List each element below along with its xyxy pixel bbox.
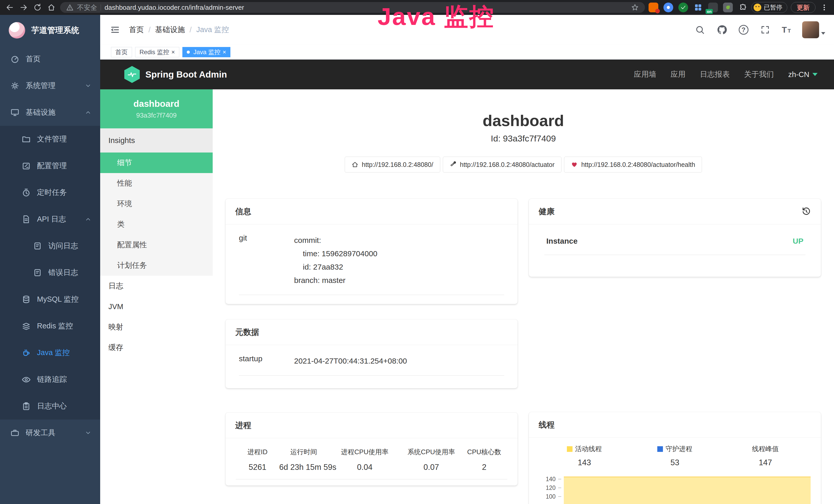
metadata-row-startup: startup 2021-04-27T00:44:31.254+08:00 bbox=[239, 345, 504, 375]
sidebar-item-access-logs[interactable]: 访问日志 bbox=[0, 233, 100, 259]
close-icon[interactable] bbox=[171, 49, 175, 55]
extension-on-icon[interactable]: on bbox=[708, 3, 718, 12]
sba-item-details[interactable]: 细节 bbox=[100, 153, 213, 173]
tab-redis-monitor[interactable]: Redis 监控 bbox=[135, 47, 179, 57]
sidebar-item-config-management[interactable]: 配置管理 bbox=[0, 153, 100, 179]
chevron-down-icon bbox=[85, 83, 91, 89]
sba-item-mappings[interactable]: 映射 bbox=[100, 317, 213, 337]
locale-select[interactable]: zh-CN bbox=[788, 70, 817, 79]
link-health-url[interactable]: http://192.168.0.2:48080/actuator/health bbox=[564, 157, 702, 173]
sidebar-item-label: MySQL 监控 bbox=[37, 294, 79, 304]
app-logo[interactable]: 芋道管理系统 bbox=[0, 15, 100, 46]
close-icon[interactable] bbox=[222, 49, 226, 55]
monitor-icon bbox=[10, 108, 20, 117]
legend-label: 活动线程 bbox=[575, 444, 602, 453]
sba-nav-wall[interactable]: 应用墙 bbox=[634, 69, 656, 79]
sba-item-config-props[interactable]: 配置属性 bbox=[100, 235, 213, 255]
help-icon[interactable] bbox=[739, 25, 748, 35]
threads-card-title: 线程 bbox=[529, 412, 821, 438]
history-icon[interactable] bbox=[802, 207, 811, 216]
gear-icon bbox=[10, 81, 20, 90]
sba-item-logs[interactable]: 日志 bbox=[100, 276, 213, 296]
sidebar-item-api-logs[interactable]: API 日志 bbox=[0, 206, 100, 233]
sba-item-caches[interactable]: 缓存 bbox=[100, 337, 213, 358]
live-threads-area bbox=[564, 477, 811, 504]
browser-menu-icon[interactable] bbox=[819, 2, 829, 13]
fullscreen-icon[interactable] bbox=[760, 24, 771, 35]
legend-daemon-threads: 守护进程 53 bbox=[630, 444, 720, 467]
sidebar-item-trace[interactable]: 链路追踪 bbox=[0, 366, 100, 393]
info-value: commit: time: 1596289704000 id: 27aa832 … bbox=[294, 234, 377, 287]
sidebar-item-home[interactable]: 首页 bbox=[0, 46, 100, 72]
app-title: 芋道管理系统 bbox=[31, 25, 79, 36]
reload-icon[interactable] bbox=[32, 2, 43, 13]
sidebar-item-infrastructure[interactable]: 基础设施 bbox=[0, 99, 100, 126]
sidebar-item-scheduled-tasks[interactable]: 定时任务 bbox=[0, 179, 100, 206]
val-cpu-cores: 2 bbox=[461, 460, 507, 479]
metadata-key: startup bbox=[239, 354, 294, 368]
extension-grid-icon[interactable] bbox=[693, 3, 703, 12]
sidebar-item-system-management[interactable]: 系统管理 bbox=[0, 72, 100, 99]
extension-badge bbox=[655, 9, 660, 13]
y-tick-100: 100 bbox=[539, 493, 555, 500]
health-status-badge: UP bbox=[793, 237, 804, 246]
extension-pin-icon[interactable] bbox=[663, 3, 673, 12]
threads-chart: 140 120 100 bbox=[539, 479, 811, 504]
cards-column-left: 信息 git commit: time: 1596289704000 id: 2… bbox=[225, 199, 518, 485]
page-subtitle: Id: 93a3fc7f7409 bbox=[213, 134, 834, 145]
bookmark-star-icon[interactable] bbox=[631, 4, 639, 11]
back-icon[interactable] bbox=[5, 2, 15, 13]
sidebar-item-java-monitor[interactable]: Java 监控 bbox=[0, 339, 100, 366]
sba-brand[interactable]: Spring Boot Admin bbox=[124, 66, 227, 83]
link-url: http://192.168.0.2:48080/actuator/health bbox=[581, 161, 695, 168]
sidebar-item-file-management[interactable]: 文件管理 bbox=[0, 126, 100, 153]
extension-leaf-icon[interactable] bbox=[723, 3, 733, 12]
forward-icon[interactable] bbox=[19, 2, 29, 13]
github-icon[interactable] bbox=[717, 24, 727, 35]
paused-label: 已暂停 bbox=[764, 3, 782, 12]
sidebar-item-redis-monitor[interactable]: Redis 监控 bbox=[0, 313, 100, 339]
tab-home[interactable]: 首页 bbox=[111, 47, 132, 57]
val-system-cpu: 0.07 bbox=[401, 460, 461, 479]
clipboard-icon bbox=[22, 402, 31, 411]
sba-nav-journal[interactable]: 日志报表 bbox=[700, 69, 730, 79]
process-table: 进程ID 运行时间 进程CPU使用率 系统CPU使用率 CPU核心数 5261 … bbox=[225, 438, 518, 479]
metadata-value: 2021-04-27T00:44:31.254+08:00 bbox=[294, 354, 407, 368]
sidebar-item-dev-tools[interactable]: 研发工具 bbox=[0, 419, 100, 446]
tab-java-monitor[interactable]: Java 监控 bbox=[182, 47, 231, 57]
metadata-card-title: 元数据 bbox=[225, 319, 518, 345]
sba-item-scheduled[interactable]: 计划任务 bbox=[100, 255, 213, 276]
extensions-puzzle-icon[interactable] bbox=[738, 3, 748, 12]
font-size-icon[interactable] bbox=[782, 25, 791, 35]
sba-item-performance[interactable]: 性能 bbox=[100, 173, 213, 193]
sidebar-collapse-icon[interactable] bbox=[110, 25, 120, 35]
sidebar-item-log-center[interactable]: 日志中心 bbox=[0, 393, 100, 419]
extension-fox-icon[interactable] bbox=[649, 3, 658, 12]
sba-item-jvm[interactable]: JVM bbox=[100, 296, 213, 317]
sidebar-item-error-logs[interactable]: 错误日志 bbox=[0, 259, 100, 286]
sba-item-environment[interactable]: 环境 bbox=[100, 193, 213, 214]
search-icon[interactable] bbox=[695, 24, 705, 35]
instance-block[interactable]: dashboard 93a3fc7f7409 bbox=[100, 89, 213, 129]
eye-icon bbox=[22, 375, 31, 384]
caret-down-icon bbox=[821, 32, 825, 37]
y-tick-140: 140 bbox=[539, 476, 555, 483]
home-icon[interactable] bbox=[46, 2, 57, 13]
git-commit-line: commit: bbox=[294, 234, 377, 247]
breadcrumb-home[interactable]: 首页 bbox=[129, 25, 144, 35]
link-base-url[interactable]: http://192.168.0.2:48080/ bbox=[345, 157, 440, 173]
extensions-row: on bbox=[649, 3, 748, 12]
insights-group: Insights 细节 性能 环境 类 配置属性 计划任务 bbox=[100, 129, 213, 276]
profile-paused-badge[interactable]: 已暂停 bbox=[751, 2, 787, 13]
breadcrumb-infrastructure[interactable]: 基础设施 bbox=[155, 25, 185, 35]
sidebar-item-mysql-monitor[interactable]: MySQL 监控 bbox=[0, 286, 100, 313]
extension-check-icon[interactable] bbox=[678, 3, 688, 12]
sba-nav-about[interactable]: 关于我们 bbox=[744, 69, 774, 79]
address-bar[interactable]: 不安全 dashboard.yudao.iocoder.cn/infra/adm… bbox=[60, 2, 645, 13]
sba-nav-applications[interactable]: 应用 bbox=[671, 69, 685, 79]
user-menu[interactable] bbox=[802, 21, 825, 38]
link-actuator-url[interactable]: http://192.168.0.2:48080/actuator bbox=[443, 157, 562, 173]
sba-item-classes[interactable]: 类 bbox=[100, 214, 213, 235]
update-button[interactable]: 更新 bbox=[791, 2, 815, 13]
edit-icon bbox=[22, 161, 31, 170]
